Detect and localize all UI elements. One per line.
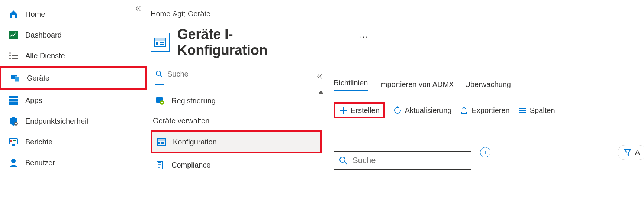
svg-rect-15: [15, 99, 18, 102]
nav-item-registration[interactable]: Registrierung: [151, 91, 322, 110]
toolbar: Erstellen Aktualisierung Exportieren Spa…: [334, 102, 643, 118]
info-icon[interactable]: i: [480, 147, 490, 157]
svg-point-2: [9, 52, 11, 54]
sidebar-item-label: Benutzer: [25, 159, 55, 167]
svg-point-26: [11, 159, 16, 163]
svg-rect-25: [13, 142, 16, 142]
section-label-manage-devices: Geräte verwalten: [151, 110, 322, 128]
sidebar-item-label: Apps: [25, 96, 42, 105]
svg-rect-0: [12, 15, 15, 18]
tool-label: Exportieren: [471, 106, 509, 115]
svg-point-23: [10, 140, 12, 142]
enrollment-icon: [155, 96, 165, 105]
svg-rect-16: [9, 102, 12, 105]
secondary-search-input[interactable]: [167, 70, 285, 78]
export-icon: [460, 106, 468, 115]
secondary-search[interactable]: [151, 66, 290, 82]
plus-icon: [339, 106, 348, 115]
devices-icon: [10, 73, 20, 83]
compliance-icon: [155, 160, 165, 170]
svg-rect-30: [160, 42, 164, 43]
search-icon: [339, 156, 347, 165]
svg-rect-39: [161, 142, 164, 143]
svg-rect-28: [155, 38, 166, 41]
export-button[interactable]: Exportieren: [460, 106, 509, 115]
columns-button[interactable]: Spalten: [518, 106, 555, 115]
create-button[interactable]: Erstellen: [334, 102, 385, 118]
svg-rect-11: [12, 96, 15, 98]
list-icon: [8, 51, 19, 61]
svg-rect-22: [12, 144, 15, 146]
svg-point-46: [340, 157, 345, 162]
tab-import-admx[interactable]: Importieren von ADMX: [379, 80, 454, 91]
sidebar-item-label: Home: [25, 10, 45, 19]
svg-line-33: [160, 75, 162, 77]
configuration-icon: [157, 137, 166, 147]
sidebar-item-home[interactable]: Home: [0, 4, 147, 25]
main-pane: ··· Richtlinien Importieren von ADMX Übe…: [325, 0, 644, 208]
columns-icon: [518, 106, 527, 115]
sidebar: Home Dashboard Alle Dienste Geräte Apps: [0, 0, 147, 208]
sidebar-item-label: Dashboard: [25, 31, 62, 39]
nav-item-compliance[interactable]: Compliance: [151, 156, 322, 174]
svg-line-47: [344, 162, 347, 164]
svg-point-32: [156, 71, 161, 75]
policy-search[interactable]: [334, 151, 471, 170]
sidebar-item-users[interactable]: Benutzer: [0, 152, 147, 173]
policy-search-input[interactable]: [352, 156, 466, 165]
svg-rect-38: [158, 142, 160, 144]
search-icon: [155, 70, 163, 78]
sidebar-item-reports[interactable]: Berichte: [0, 131, 147, 152]
svg-rect-14: [12, 99, 15, 102]
svg-rect-24: [13, 140, 16, 141]
svg-rect-29: [156, 42, 158, 45]
sidebar-item-all-services[interactable]: Alle Dienste: [0, 45, 147, 66]
sidebar-collapse-icon[interactable]: [135, 5, 142, 12]
tool-label: Spalten: [530, 106, 555, 115]
sidebar-item-apps[interactable]: Apps: [0, 90, 147, 111]
svg-rect-43: [519, 108, 526, 109]
refresh-icon: [393, 106, 402, 115]
filter-icon: [624, 149, 631, 156]
dashboard-icon: [8, 30, 19, 40]
tab-bar: Richtlinien Importieren von ADMX Überwac…: [334, 79, 643, 91]
tab-policies[interactable]: Richtlinien: [334, 79, 368, 91]
shield-icon: [8, 116, 19, 126]
svg-rect-40: [161, 143, 164, 144]
sidebar-item-dashboard[interactable]: Dashboard: [0, 25, 147, 45]
page-title: Geräte I-Konfiguration: [177, 26, 322, 58]
secondary-nav: Home &gt; Geräte Geräte I-Konfiguration …: [147, 0, 325, 208]
sidebar-item-label: Endpunktsicherheit: [25, 117, 88, 126]
apps-icon: [8, 95, 19, 105]
svg-rect-7: [12, 58, 18, 59]
svg-point-20: [15, 123, 17, 124]
nav-item-label: Registrierung: [171, 97, 216, 105]
svg-rect-45: [519, 112, 526, 113]
nav-item-label: Konfiguration: [173, 138, 217, 146]
svg-point-4: [9, 58, 11, 59]
refresh-button[interactable]: Aktualisierung: [393, 106, 452, 115]
tab-monitor[interactable]: Überwachung: [465, 80, 511, 91]
svg-rect-31: [160, 44, 164, 45]
filter-label: A: [635, 148, 640, 157]
svg-rect-10: [9, 96, 12, 98]
svg-rect-17: [12, 102, 15, 105]
nav-item-configuration[interactable]: Konfiguration: [151, 130, 322, 153]
svg-rect-12: [15, 96, 18, 98]
sidebar-item-label: Berichte: [25, 138, 52, 146]
tool-label: Aktualisierung: [405, 106, 452, 115]
tool-label: Erstellen: [351, 106, 380, 115]
filter-button[interactable]: A: [618, 145, 644, 160]
breadcrumb[interactable]: Home &gt; Geräte: [151, 7, 322, 22]
sidebar-item-endpoint-security[interactable]: Endpunktsicherheit: [0, 111, 147, 131]
sidebar-item-devices[interactable]: Geräte: [0, 66, 147, 90]
secondary-collapse-icon[interactable]: [316, 73, 323, 79]
sidebar-item-label: Alle Dienste: [25, 52, 65, 60]
more-actions-icon[interactable]: ···: [359, 32, 369, 42]
reports-icon: [8, 137, 19, 147]
svg-rect-5: [12, 53, 18, 53]
user-icon: [8, 157, 19, 168]
sidebar-item-label: Geräte: [27, 74, 49, 82]
svg-rect-37: [157, 139, 165, 141]
scroll-up-icon[interactable]: [318, 89, 324, 94]
